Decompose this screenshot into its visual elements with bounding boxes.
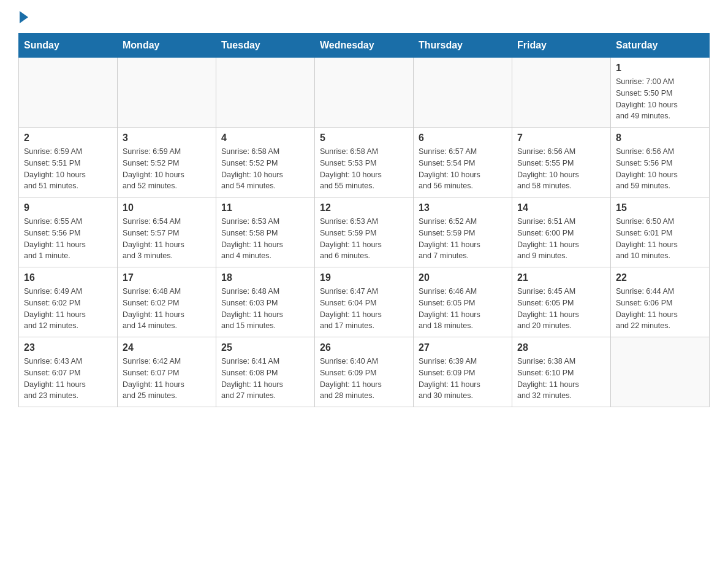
day-number: 6 (419, 132, 507, 144)
day-number: 23 (24, 342, 112, 353)
calendar-cell: 26Sunrise: 6:40 AMSunset: 6:09 PMDayligh… (315, 337, 414, 407)
day-info: Sunrise: 6:45 AMSunset: 6:05 PMDaylight:… (517, 286, 605, 332)
day-info: Sunrise: 6:59 AMSunset: 5:52 PMDaylight:… (123, 146, 211, 192)
calendar-week-row: 2Sunrise: 6:59 AMSunset: 5:51 PMDaylight… (19, 128, 710, 197)
day-info: Sunrise: 6:58 AMSunset: 5:53 PMDaylight:… (320, 146, 408, 192)
calendar-cell (414, 58, 512, 128)
day-number: 12 (320, 202, 408, 213)
day-number: 19 (320, 272, 408, 283)
weekday-header-wednesday: Wednesday (315, 34, 414, 58)
day-number: 25 (221, 342, 309, 353)
calendar-cell: 24Sunrise: 6:42 AMSunset: 6:07 PMDayligh… (118, 337, 216, 407)
calendar-cell (611, 337, 710, 407)
weekday-header-tuesday: Tuesday (216, 34, 315, 58)
day-info: Sunrise: 6:59 AMSunset: 5:51 PMDaylight:… (24, 146, 112, 192)
calendar-cell: 6Sunrise: 6:57 AMSunset: 5:54 PMDaylight… (414, 128, 512, 197)
day-info: Sunrise: 6:58 AMSunset: 5:52 PMDaylight:… (221, 146, 309, 192)
day-info: Sunrise: 6:57 AMSunset: 5:54 PMDaylight:… (419, 146, 507, 192)
calendar-cell: 12Sunrise: 6:53 AMSunset: 5:59 PMDayligh… (315, 197, 414, 267)
day-info: Sunrise: 6:46 AMSunset: 6:05 PMDaylight:… (419, 286, 507, 332)
calendar-cell: 13Sunrise: 6:52 AMSunset: 5:59 PMDayligh… (414, 197, 512, 267)
day-number: 13 (419, 202, 507, 213)
day-info: Sunrise: 6:44 AMSunset: 6:06 PMDaylight:… (616, 286, 704, 332)
calendar-cell: 14Sunrise: 6:51 AMSunset: 6:00 PMDayligh… (512, 197, 611, 267)
day-info: Sunrise: 6:38 AMSunset: 6:10 PMDaylight:… (517, 356, 605, 402)
day-number: 22 (616, 272, 704, 283)
calendar-cell: 9Sunrise: 6:55 AMSunset: 5:56 PMDaylight… (19, 197, 118, 267)
day-number: 27 (419, 342, 507, 353)
day-info: Sunrise: 6:39 AMSunset: 6:09 PMDaylight:… (419, 356, 507, 402)
day-info: Sunrise: 6:52 AMSunset: 5:59 PMDaylight:… (419, 216, 507, 262)
weekday-header-thursday: Thursday (414, 34, 512, 58)
calendar-table: SundayMondayTuesdayWednesdayThursdayFrid… (18, 33, 710, 407)
calendar-week-row: 1Sunrise: 7:00 AMSunset: 5:50 PMDaylight… (19, 58, 710, 128)
day-number: 17 (123, 272, 211, 283)
weekday-header-sunday: Sunday (19, 34, 118, 58)
calendar-cell: 19Sunrise: 6:47 AMSunset: 6:04 PMDayligh… (315, 267, 414, 337)
day-info: Sunrise: 6:54 AMSunset: 5:57 PMDaylight:… (123, 216, 211, 262)
calendar-cell: 23Sunrise: 6:43 AMSunset: 6:07 PMDayligh… (19, 337, 118, 407)
day-number: 9 (24, 202, 112, 213)
day-number: 24 (123, 342, 211, 353)
day-number: 8 (616, 132, 704, 144)
calendar-cell: 17Sunrise: 6:48 AMSunset: 6:02 PMDayligh… (118, 267, 216, 337)
calendar-cell: 18Sunrise: 6:48 AMSunset: 6:03 PMDayligh… (216, 267, 315, 337)
day-info: Sunrise: 6:55 AMSunset: 5:56 PMDaylight:… (24, 216, 112, 262)
day-info: Sunrise: 6:40 AMSunset: 6:09 PMDaylight:… (320, 356, 408, 402)
day-number: 7 (517, 132, 605, 144)
weekday-header-monday: Monday (118, 34, 216, 58)
day-info: Sunrise: 6:56 AMSunset: 5:55 PMDaylight:… (517, 146, 605, 192)
day-number: 26 (320, 342, 408, 353)
page-header (18, 12, 710, 21)
day-info: Sunrise: 6:53 AMSunset: 5:58 PMDaylight:… (221, 216, 309, 262)
day-info: Sunrise: 6:50 AMSunset: 6:01 PMDaylight:… (616, 216, 704, 262)
day-number: 5 (320, 132, 408, 144)
day-info: Sunrise: 7:00 AMSunset: 5:50 PMDaylight:… (616, 76, 704, 122)
day-info: Sunrise: 6:48 AMSunset: 6:03 PMDaylight:… (221, 286, 309, 332)
day-info: Sunrise: 6:42 AMSunset: 6:07 PMDaylight:… (123, 356, 211, 402)
day-number: 14 (517, 202, 605, 213)
calendar-week-row: 16Sunrise: 6:49 AMSunset: 6:02 PMDayligh… (19, 267, 710, 337)
calendar-cell (512, 58, 611, 128)
calendar-cell: 25Sunrise: 6:41 AMSunset: 6:08 PMDayligh… (216, 337, 315, 407)
calendar-cell: 16Sunrise: 6:49 AMSunset: 6:02 PMDayligh… (19, 267, 118, 337)
day-info: Sunrise: 6:43 AMSunset: 6:07 PMDaylight:… (24, 356, 112, 402)
day-number: 1 (616, 63, 704, 74)
calendar-cell: 21Sunrise: 6:45 AMSunset: 6:05 PMDayligh… (512, 267, 611, 337)
calendar-cell: 4Sunrise: 6:58 AMSunset: 5:52 PMDaylight… (216, 128, 315, 197)
day-info: Sunrise: 6:56 AMSunset: 5:56 PMDaylight:… (616, 146, 704, 192)
day-number: 11 (221, 202, 309, 213)
day-number: 28 (517, 342, 605, 353)
weekday-header-friday: Friday (512, 34, 611, 58)
calendar-cell: 3Sunrise: 6:59 AMSunset: 5:52 PMDaylight… (118, 128, 216, 197)
calendar-cell: 10Sunrise: 6:54 AMSunset: 5:57 PMDayligh… (118, 197, 216, 267)
day-number: 18 (221, 272, 309, 283)
weekday-header-saturday: Saturday (611, 34, 710, 58)
calendar-week-row: 9Sunrise: 6:55 AMSunset: 5:56 PMDaylight… (19, 197, 710, 267)
calendar-cell (118, 58, 216, 128)
calendar-cell (19, 58, 118, 128)
day-number: 21 (517, 272, 605, 283)
calendar-cell: 15Sunrise: 6:50 AMSunset: 6:01 PMDayligh… (611, 197, 710, 267)
calendar-cell (315, 58, 414, 128)
day-number: 3 (123, 132, 211, 144)
day-number: 20 (419, 272, 507, 283)
calendar-cell: 5Sunrise: 6:58 AMSunset: 5:53 PMDaylight… (315, 128, 414, 197)
day-number: 2 (24, 132, 112, 144)
logo (18, 12, 28, 21)
calendar-cell: 1Sunrise: 7:00 AMSunset: 5:50 PMDaylight… (611, 58, 710, 128)
calendar-week-row: 23Sunrise: 6:43 AMSunset: 6:07 PMDayligh… (19, 337, 710, 407)
calendar-cell: 20Sunrise: 6:46 AMSunset: 6:05 PMDayligh… (414, 267, 512, 337)
calendar-cell: 7Sunrise: 6:56 AMSunset: 5:55 PMDaylight… (512, 128, 611, 197)
day-number: 4 (221, 132, 309, 144)
calendar-cell: 11Sunrise: 6:53 AMSunset: 5:58 PMDayligh… (216, 197, 315, 267)
day-info: Sunrise: 6:53 AMSunset: 5:59 PMDaylight:… (320, 216, 408, 262)
calendar-cell: 2Sunrise: 6:59 AMSunset: 5:51 PMDaylight… (19, 128, 118, 197)
calendar-cell: 8Sunrise: 6:56 AMSunset: 5:56 PMDaylight… (611, 128, 710, 197)
calendar-cell: 28Sunrise: 6:38 AMSunset: 6:10 PMDayligh… (512, 337, 611, 407)
day-info: Sunrise: 6:48 AMSunset: 6:02 PMDaylight:… (123, 286, 211, 332)
calendar-cell: 27Sunrise: 6:39 AMSunset: 6:09 PMDayligh… (414, 337, 512, 407)
day-number: 16 (24, 272, 112, 283)
day-info: Sunrise: 6:49 AMSunset: 6:02 PMDaylight:… (24, 286, 112, 332)
day-info: Sunrise: 6:47 AMSunset: 6:04 PMDaylight:… (320, 286, 408, 332)
